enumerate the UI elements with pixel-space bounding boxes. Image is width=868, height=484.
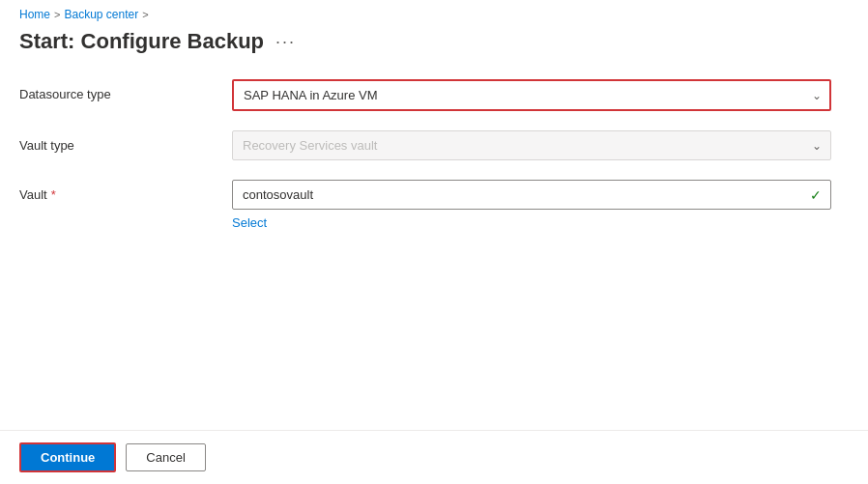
vault-row: Vault * ✓ Select [19, 180, 849, 231]
vault-input-wrapper: ✓ [232, 180, 831, 210]
datasource-type-label: Datasource type [19, 79, 213, 101]
home-link[interactable]: Home [19, 8, 50, 21]
vault-type-row: Vault type Recovery Services vault ⌄ [19, 130, 849, 160]
datasource-type-dropdown-wrapper: SAP HANA in Azure VM ⌄ [232, 79, 831, 111]
breadcrumb: Home > Backup center > [0, 0, 868, 25]
main-content: Datasource type SAP HANA in Azure VM ⌄ V… [0, 70, 868, 430]
select-link[interactable]: Select [232, 215, 267, 230]
required-asterisk: * [51, 187, 56, 202]
continue-button[interactable]: Continue [19, 442, 116, 472]
breadcrumb-separator-2: > [142, 9, 148, 20]
vault-control: ✓ Select [232, 180, 831, 231]
breadcrumb-separator-1: > [54, 9, 60, 20]
form-section: Datasource type SAP HANA in Azure VM ⌄ V… [19, 79, 849, 231]
datasource-type-control: SAP HANA in Azure VM ⌄ [232, 79, 831, 111]
vault-type-select[interactable]: Recovery Services vault [232, 130, 831, 160]
vault-type-control: Recovery Services vault ⌄ [232, 130, 831, 160]
page-menu-dots[interactable]: ··· [275, 32, 296, 52]
vault-type-label: Vault type [19, 130, 213, 153]
footer: Continue Cancel [0, 430, 868, 484]
cancel-button[interactable]: Cancel [126, 443, 205, 471]
vault-input[interactable] [232, 180, 831, 210]
page-title: Start: Configure Backup [19, 29, 264, 54]
datasource-type-select[interactable]: SAP HANA in Azure VM [232, 79, 831, 111]
backup-center-link[interactable]: Backup center [64, 8, 138, 21]
page-header: Start: Configure Backup ··· [0, 25, 868, 70]
vault-type-dropdown-wrapper: Recovery Services vault ⌄ [232, 130, 831, 160]
datasource-type-row: Datasource type SAP HANA in Azure VM ⌄ [19, 79, 849, 111]
vault-label: Vault * [19, 180, 213, 202]
vault-check-icon: ✓ [810, 187, 822, 203]
